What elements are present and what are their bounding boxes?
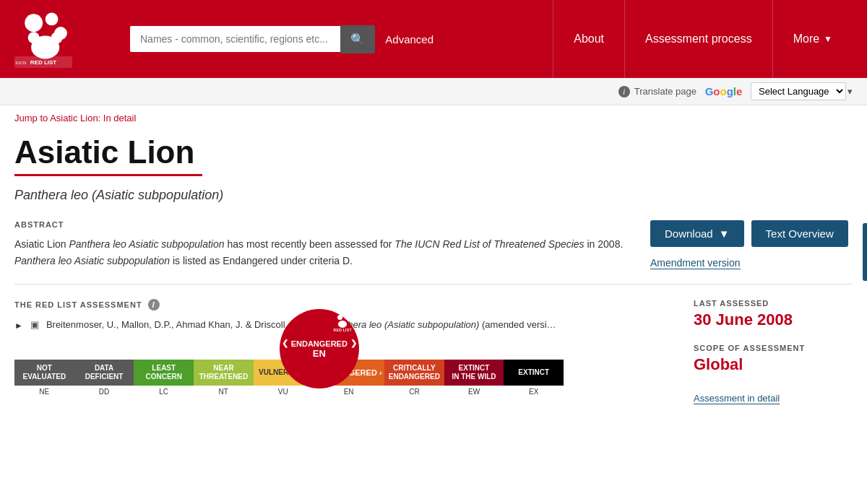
jump-to-detail-link[interactable]: Jump to Asiatic Lion: In detail	[14, 113, 136, 123]
assessment-in-detail-link[interactable]: Assessment in detail	[694, 393, 780, 404]
status-critically-endangered: CRITICALLYENDANGERED	[384, 360, 444, 386]
iucn-logo: RED LIST IUCN	[14, 10, 72, 68]
assessment-main: THE RED LIST ASSESSMENT i ► ▣ Breitenmos…	[14, 299, 665, 404]
translate-info-icon: i	[618, 86, 630, 97]
svg-point-1	[46, 13, 59, 26]
status-not-evaluated: NOTEVALUATED	[14, 360, 74, 386]
download-button[interactable]: Download ▼	[650, 220, 744, 247]
status-near-threatened: NEARTHREATENED	[194, 360, 254, 386]
code-dd: DD	[74, 386, 134, 396]
svg-point-5	[51, 32, 63, 43]
copy-icon[interactable]: ▣	[30, 319, 39, 330]
status-least-concern: LEASTCONCERN	[134, 360, 194, 386]
svg-text:IUCN: IUCN	[15, 60, 26, 65]
scroll-indicator	[863, 223, 867, 281]
code-ne: NE	[14, 386, 74, 396]
language-dropdown-arrow: ▾	[847, 86, 853, 97]
text-overview-button[interactable]: Text Overview	[751, 220, 848, 247]
title-underline	[14, 174, 202, 176]
section-divider	[14, 284, 853, 284]
main-nav: About Assessment process More ▼	[553, 0, 853, 78]
en-code: EN	[313, 348, 326, 359]
amendment-version-link[interactable]: Amendment version	[650, 257, 741, 269]
advanced-link[interactable]: Advanced	[385, 33, 434, 45]
action-buttons: Download ▼ Text Overview	[650, 220, 848, 247]
main-content: Asiatic Lion Panthera leo (Asiatic subpo…	[0, 128, 867, 426]
translate-label: Translate page	[634, 86, 696, 97]
svg-text:RED LIST: RED LIST	[30, 59, 57, 66]
expand-icon[interactable]: ►	[14, 321, 23, 331]
search-button[interactable]: 🔍	[340, 25, 375, 53]
scope-stat: SCOPE OF ASSESSMENT Global	[694, 344, 853, 374]
jump-link-area: Jump to Asiatic Lion: In detail	[0, 105, 867, 128]
endangered-badge: RED LIST ❮ ENDANGERED ❯ EN	[280, 309, 359, 388]
search-input[interactable]	[130, 26, 340, 52]
species-scientific-name: Panthera leo (Asiatic subpopulation)	[14, 188, 853, 203]
code-ex: EX	[504, 386, 564, 396]
code-ew: EW	[444, 386, 504, 396]
download-chevron-icon: ▼	[719, 227, 730, 240]
site-header: RED LIST IUCN 🔍 Advanced About Assessmen…	[0, 0, 867, 78]
scope-value: Global	[694, 355, 853, 374]
endangered-circle: RED LIST ❮ ENDANGERED ❯ EN	[280, 309, 359, 388]
language-select[interactable]: Select Language	[751, 82, 846, 100]
nav-item-assessment[interactable]: Assessment process	[624, 0, 772, 78]
search-area: 🔍 Advanced	[130, 25, 434, 53]
code-cr: CR	[384, 386, 444, 396]
google-logo: Google	[705, 85, 743, 97]
last-assessed-stat: LAST ASSESSED 30 June 2008	[694, 299, 853, 329]
code-nt: NT	[194, 386, 254, 396]
nav-item-more[interactable]: More ▼	[772, 0, 853, 78]
logo-area: RED LIST IUCN	[14, 10, 116, 68]
abstract-label: ABSTRACT	[14, 220, 629, 229]
code-lc: LC	[134, 386, 194, 396]
assessment-sidebar: LAST ASSESSED 30 June 2008 SCOPE OF ASSE…	[694, 299, 853, 404]
en-arrows: ❮ ENDANGERED ❯	[282, 339, 357, 348]
nav-item-about[interactable]: About	[553, 0, 624, 78]
last-assessed-label: LAST ASSESSED	[694, 299, 853, 308]
assessment-section: THE RED LIST ASSESSMENT i ► ▣ Breitenmos…	[14, 299, 853, 404]
last-assessed-value: 30 June 2008	[694, 310, 853, 329]
more-chevron-icon: ▼	[824, 34, 832, 44]
abstract-section: ABSTRACT Asiatic Lion Panthera leo Asiat…	[14, 220, 853, 269]
svg-point-4	[28, 32, 40, 43]
svg-point-0	[25, 14, 43, 32]
abstract-text: Asiatic Lion Panthera leo Asiatic subpop…	[14, 236, 629, 269]
abstract-right: Download ▼ Text Overview Amendment versi…	[650, 220, 853, 269]
status-chart: RED LIST ❮ ENDANGERED ❯ EN NOTEVALUATED …	[14, 360, 564, 396]
status-extinct-wild: EXTINCTIN THE WILD	[444, 360, 504, 386]
abstract-left: ABSTRACT Asiatic Lion Panthera leo Asiat…	[14, 220, 629, 269]
assessment-info-icon: i	[148, 299, 160, 310]
translate-bar: i Translate page Google Select Language …	[0, 78, 867, 105]
scope-label: SCOPE OF ASSESSMENT	[694, 344, 853, 352]
species-common-name: Asiatic Lion	[14, 135, 853, 170]
status-data-deficient: DATADEFICIENT	[74, 360, 134, 386]
status-extinct: EXTINCT	[504, 360, 564, 386]
